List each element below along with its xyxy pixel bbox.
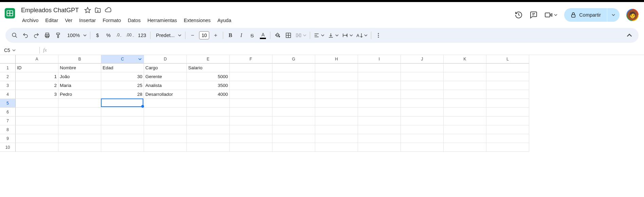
cell[interactable] <box>401 134 444 143</box>
column-header[interactable]: L <box>486 55 529 64</box>
cell[interactable] <box>401 117 444 125</box>
cell[interactable] <box>486 125 529 134</box>
cell[interactable] <box>401 125 444 134</box>
share-more-button[interactable] <box>607 8 620 22</box>
chevron-down-icon[interactable] <box>138 57 142 61</box>
cell[interactable] <box>315 90 358 99</box>
cell[interactable] <box>16 108 58 117</box>
cell[interactable] <box>144 125 187 134</box>
row-header[interactable]: 3 <box>0 81 16 90</box>
cell[interactable] <box>358 134 401 143</box>
cell[interactable] <box>315 64 358 72</box>
cell[interactable] <box>101 134 144 143</box>
cell[interactable] <box>444 90 486 99</box>
cell[interactable]: 5000 <box>187 72 230 81</box>
text-wrap-button[interactable] <box>341 32 354 38</box>
cell[interactable] <box>444 81 486 90</box>
comment-icon[interactable] <box>530 11 538 19</box>
cell[interactable] <box>272 81 315 90</box>
formula-input[interactable] <box>47 46 644 54</box>
text-rotation-button[interactable]: A <box>355 33 369 38</box>
menu-data[interactable]: Datos <box>125 16 144 24</box>
cell[interactable] <box>58 134 101 143</box>
cell[interactable]: 2 <box>16 81 58 90</box>
cell[interactable]: 3500 <box>187 81 230 90</box>
column-header[interactable]: J <box>401 55 444 64</box>
cell[interactable] <box>187 99 230 108</box>
cell[interactable]: Pedro <box>58 90 101 99</box>
cell[interactable] <box>230 134 272 143</box>
row-header[interactable]: 2 <box>0 72 16 81</box>
cell[interactable] <box>358 108 401 117</box>
cell[interactable]: Analista <box>144 81 187 90</box>
cell[interactable] <box>101 125 144 134</box>
cell[interactable]: João <box>58 72 101 81</box>
cell[interactable] <box>486 72 529 81</box>
cell[interactable] <box>486 143 529 152</box>
cell[interactable] <box>486 134 529 143</box>
cell[interactable] <box>315 108 358 117</box>
cell[interactable]: 3 <box>16 90 58 99</box>
cell[interactable] <box>187 134 230 143</box>
column-header[interactable]: B <box>58 55 101 64</box>
cell[interactable] <box>58 143 101 152</box>
cell[interactable] <box>401 108 444 117</box>
cell[interactable] <box>401 99 444 108</box>
paint-format-button[interactable] <box>53 30 63 40</box>
cell[interactable] <box>358 99 401 108</box>
cell[interactable]: 4000 <box>187 90 230 99</box>
currency-button[interactable]: $ <box>92 30 103 40</box>
decrease-font-size-button[interactable] <box>187 30 198 40</box>
share-button[interactable]: Compartir <box>564 8 607 22</box>
cell[interactable]: Gerente <box>144 72 187 81</box>
font-select[interactable]: Predet... <box>153 33 183 38</box>
font-size-input[interactable] <box>199 31 209 39</box>
cell[interactable] <box>444 99 486 108</box>
menu-format[interactable]: Formato <box>100 16 124 24</box>
cell[interactable] <box>401 90 444 99</box>
cell[interactable] <box>272 90 315 99</box>
cell[interactable]: 25 <box>101 81 144 90</box>
cell[interactable] <box>16 99 58 108</box>
cell[interactable] <box>358 125 401 134</box>
vertical-align-button[interactable] <box>326 32 340 38</box>
cell[interactable] <box>272 99 315 108</box>
row-header[interactable]: 4 <box>0 90 16 99</box>
cell[interactable] <box>230 90 272 99</box>
menu-tools[interactable]: Herramientas <box>144 16 180 24</box>
cell[interactable] <box>444 117 486 125</box>
cell[interactable]: 30 <box>101 72 144 81</box>
cell[interactable] <box>58 99 101 108</box>
cloud-status-icon[interactable] <box>105 7 111 14</box>
cell[interactable] <box>358 72 401 81</box>
search-menus-button[interactable] <box>10 30 20 40</box>
cell[interactable] <box>58 117 101 125</box>
more-toolbar-button[interactable] <box>373 30 383 40</box>
column-header[interactable]: I <box>358 55 401 64</box>
row-header[interactable]: 5 <box>0 99 16 108</box>
cell[interactable] <box>315 99 358 108</box>
cell[interactable] <box>272 72 315 81</box>
decrease-decimal-button[interactable]: .0← <box>114 30 124 40</box>
cell[interactable] <box>187 108 230 117</box>
cell[interactable] <box>230 108 272 117</box>
name-box[interactable]: C5 <box>2 48 36 53</box>
cell[interactable] <box>230 81 272 90</box>
cell[interactable] <box>16 134 58 143</box>
cell[interactable] <box>144 99 187 108</box>
horizontal-align-button[interactable] <box>312 32 326 38</box>
cell[interactable] <box>486 108 529 117</box>
cell[interactable]: 28 <box>101 90 144 99</box>
strikethrough-button[interactable]: S <box>247 30 257 40</box>
cell[interactable] <box>272 143 315 152</box>
cell[interactable] <box>444 134 486 143</box>
cell[interactable]: ID <box>16 64 58 72</box>
cell[interactable] <box>272 125 315 134</box>
column-header[interactable]: K <box>444 55 486 64</box>
cell[interactable] <box>401 81 444 90</box>
cell[interactable]: Maria <box>58 81 101 90</box>
borders-button[interactable] <box>283 30 293 40</box>
bold-button[interactable]: B <box>225 30 235 40</box>
cell[interactable] <box>444 125 486 134</box>
menu-edit[interactable]: Editar <box>42 16 61 24</box>
